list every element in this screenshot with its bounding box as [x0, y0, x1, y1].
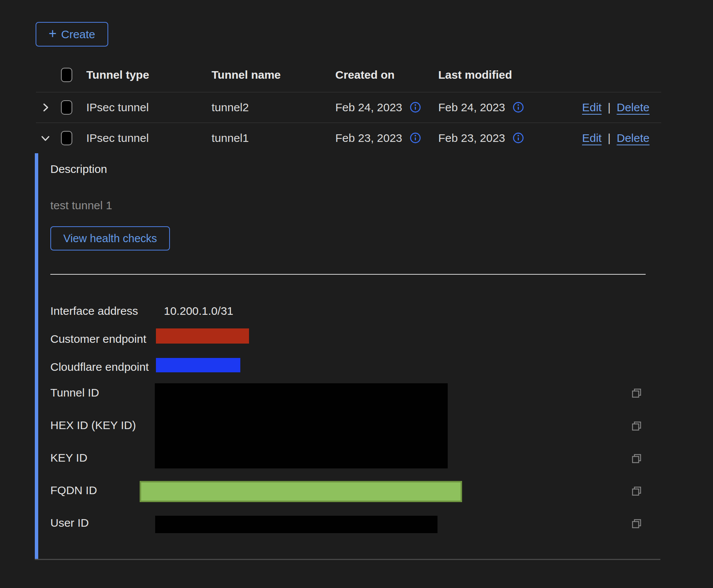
- expanded-row-accent-bar: [35, 153, 38, 559]
- action-separator: |: [608, 101, 611, 114]
- plus-icon: +: [48, 27, 56, 40]
- tunnel-type-cell: IPsec tunnel: [86, 92, 149, 123]
- table-header-row: Tunnel type Tunnel name Created on Last …: [36, 58, 661, 92]
- description-value: test tunnel 1: [50, 199, 112, 212]
- interface-address-value: 10.200.1.0/31: [164, 303, 234, 319]
- info-icon[interactable]: [513, 102, 524, 113]
- action-separator: |: [608, 132, 611, 145]
- last-modified-cell: Feb 24, 2023: [438, 101, 505, 114]
- table-row: IPsec tunnel tunnel1 Feb 23, 2023 Feb 23…: [36, 123, 661, 153]
- info-icon[interactable]: [410, 132, 421, 143]
- fqdn-id-label: FQDN ID: [50, 483, 97, 498]
- edit-link[interactable]: Edit: [582, 132, 602, 145]
- tunnels-page: + Create Tunnel type Tunnel name Created…: [0, 0, 713, 588]
- customer-endpoint-redacted-value: [156, 328, 249, 344]
- tunnel-name-cell: tunnel2: [212, 92, 249, 123]
- delete-link[interactable]: Delete: [617, 101, 650, 114]
- panel-bottom-divider: [35, 559, 660, 560]
- row-checkbox[interactable]: [61, 100, 72, 115]
- table-row: IPsec tunnel tunnel2 Feb 24, 2023 Feb 24…: [36, 92, 661, 123]
- tunnel-type-cell: IPsec tunnel: [86, 123, 149, 153]
- interface-address-label: Interface address: [50, 303, 138, 319]
- copy-icon[interactable]: [631, 420, 642, 432]
- cloudflare-endpoint-label: Cloudflare endpoint: [50, 359, 149, 375]
- delete-link[interactable]: Delete: [617, 132, 650, 145]
- copy-icon[interactable]: [631, 485, 642, 497]
- copy-icon[interactable]: [631, 387, 642, 399]
- copy-icon[interactable]: [631, 453, 642, 464]
- header-created-on: Created on: [335, 58, 395, 92]
- create-button[interactable]: + Create: [36, 22, 108, 47]
- ids-redacted-value: [155, 383, 448, 468]
- copy-icon[interactable]: [631, 518, 642, 529]
- panel-divider: [50, 274, 646, 275]
- chevron-down-icon[interactable]: [40, 132, 51, 144]
- user-id-label: User ID: [50, 515, 89, 530]
- edit-link[interactable]: Edit: [582, 101, 602, 114]
- description-label: Description: [50, 163, 107, 176]
- user-id-redacted-value: [155, 516, 437, 533]
- created-on-cell: Feb 23, 2023: [335, 132, 402, 145]
- select-all-checkbox[interactable]: [61, 68, 72, 82]
- row-checkbox[interactable]: [61, 131, 72, 145]
- info-icon[interactable]: [513, 132, 524, 143]
- customer-endpoint-label: Customer endpoint: [50, 331, 146, 347]
- tunnel-id-label: Tunnel ID: [50, 385, 99, 400]
- chevron-right-icon[interactable]: [40, 102, 51, 113]
- view-health-checks-button[interactable]: View health checks: [50, 226, 170, 250]
- header-tunnel-name: Tunnel name: [212, 58, 281, 92]
- header-tunnel-type: Tunnel type: [86, 58, 149, 92]
- info-icon[interactable]: [410, 102, 421, 113]
- fqdn-id-redacted-value: [140, 481, 462, 502]
- last-modified-cell: Feb 23, 2023: [438, 132, 505, 145]
- create-button-label: Create: [61, 28, 95, 41]
- created-on-cell: Feb 24, 2023: [335, 101, 402, 114]
- hex-id-label: HEX ID (KEY ID): [50, 418, 136, 433]
- key-id-label: KEY ID: [50, 450, 87, 465]
- cloudflare-endpoint-redacted-value: [156, 358, 240, 372]
- header-last-modified: Last modified: [438, 58, 512, 92]
- tunnel-name-cell: tunnel1: [212, 123, 249, 153]
